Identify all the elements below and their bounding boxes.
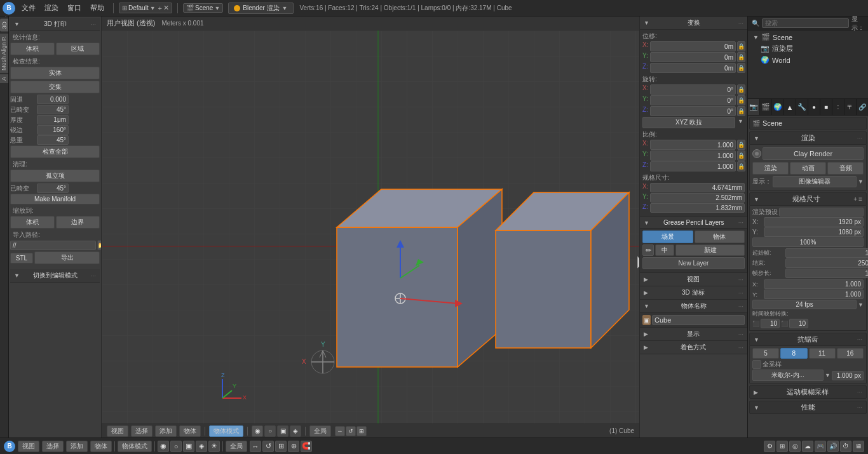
input-rot-z[interactable]: [650, 106, 736, 116]
workspace-label[interactable]: Default: [128, 4, 149, 11]
bb-ri2[interactable]: ⊞: [776, 441, 788, 452]
btn-scale2[interactable]: ⊞: [356, 426, 367, 436]
btn-render-mode[interactable]: ◈: [290, 425, 301, 437]
render-section-header[interactable]: ▼ 渲染 ···: [749, 131, 867, 145]
dropdown-pixel-filter[interactable]: 米歇尔-内...: [752, 370, 824, 381]
input-pos-z[interactable]: [650, 63, 736, 73]
btn-pos-x-lock[interactable]: 🔒: [737, 41, 745, 51]
perf-header[interactable]: ▼ 性能 ···: [749, 401, 867, 414]
input-frame-step[interactable]: [785, 269, 868, 278]
tab-camera[interactable]: 📷: [748, 99, 760, 115]
scene-label[interactable]: Scene: [195, 4, 213, 11]
tab-material[interactable]: ●: [808, 99, 820, 115]
btn-volume[interactable]: 体积: [10, 43, 55, 55]
input-res-percent[interactable]: [752, 237, 864, 247]
btn-clay-render[interactable]: Clay Render: [763, 147, 864, 160]
workspace-add-icon[interactable]: +: [158, 4, 162, 12]
workspace-dropdown-icon[interactable]: ▼: [150, 5, 156, 11]
input-rot-x[interactable]: [650, 84, 736, 95]
viewport-object-btn[interactable]: 物体: [179, 425, 201, 437]
btn-folder[interactable]: 📁: [97, 240, 101, 250]
dropdown-render-preset[interactable]: [779, 208, 864, 217]
btn-check-all[interactable]: 检查全部: [10, 145, 100, 158]
scene-dropdown-icon[interactable]: ▼: [214, 5, 220, 11]
menu-window[interactable]: 窗口: [64, 2, 85, 14]
input-solid2[interactable]: [37, 95, 69, 104]
dimensions-header[interactable]: ▼ 规格尺寸 + ≡: [749, 192, 867, 206]
input-object-name[interactable]: [652, 315, 745, 325]
clay-toggle[interactable]: [752, 149, 761, 158]
outliner-search[interactable]: [762, 18, 849, 28]
btn-rotate[interactable]: ↺: [346, 426, 356, 436]
input-end-frame[interactable]: [785, 258, 868, 268]
shading-section-header[interactable]: ▶ 着色方式 ···: [640, 341, 747, 354]
bb-object[interactable]: 物体: [90, 441, 112, 452]
bb-view[interactable]: 视图: [18, 441, 39, 452]
outliner-item-scene[interactable]: ▼ 🎬 Scene: [748, 32, 868, 43]
bb-ri7[interactable]: ⏱: [840, 441, 851, 452]
input-overhang[interactable]: [37, 135, 69, 145]
bb-ri5[interactable]: 🎮: [815, 441, 826, 452]
viewport-view-btn[interactable]: 视图: [107, 425, 128, 437]
input-import-path[interactable]: [10, 241, 96, 250]
btn-rot-x-lock[interactable]: 🔒: [737, 84, 745, 95]
bb-scale-icon[interactable]: ⊞: [275, 441, 287, 452]
menu-help[interactable]: 帮助: [86, 2, 108, 14]
view-section-header[interactable]: ▶ 视图 ···: [640, 273, 747, 286]
input-thickness[interactable]: [37, 115, 69, 124]
viewport[interactable]: 用户视图 (透视) Meters x 0.001: [102, 17, 639, 437]
btn-render[interactable]: 渲染: [752, 162, 789, 175]
vtab-3dprint[interactable]: 3D打印: [0, 19, 8, 32]
btn-aa-5[interactable]: 5: [752, 348, 779, 359]
input-sharp[interactable]: [37, 125, 69, 135]
btn-global[interactable]: 全局: [309, 425, 331, 437]
input-dim-y[interactable]: [650, 193, 745, 203]
tab-particles[interactable]: :: [832, 99, 844, 115]
input-aspect-x[interactable]: [764, 279, 864, 289]
btn-intersect[interactable]: 交集: [10, 81, 100, 93]
outliner-item-render-layer[interactable]: 📷 渲染层: [748, 43, 868, 55]
input-distorted[interactable]: [37, 105, 69, 114]
tab-object[interactable]: 物体: [695, 230, 745, 243]
btn-isolated[interactable]: 孤立项: [10, 170, 100, 182]
btn-wire-mode[interactable]: ○: [264, 425, 276, 437]
btn-scale-z-lock[interactable]: 🔒: [737, 161, 745, 171]
bb-icon-tex[interactable]: ▣: [183, 441, 194, 452]
euler-dropdown-icon[interactable]: ▼: [736, 117, 745, 128]
menu-file[interactable]: 文件: [18, 2, 39, 14]
btn-new-layer[interactable]: New Layer: [642, 257, 745, 269]
btn-export[interactable]: 导出: [34, 251, 100, 264]
input-rot-y[interactable]: [650, 95, 736, 105]
btn-pos-z-lock[interactable]: 🔒: [737, 63, 745, 73]
engine-dropdown-icon[interactable]: ▼: [282, 5, 288, 11]
btn-pencil-new[interactable]: 新建: [675, 244, 745, 256]
bb-move-icon[interactable]: ↔: [250, 441, 261, 452]
input-start-frame[interactable]: [785, 248, 868, 258]
outliner-item-world[interactable]: 🌍 World: [748, 55, 868, 65]
bb-select[interactable]: 选择: [42, 441, 64, 452]
bb-ri3[interactable]: ◎: [789, 441, 801, 452]
btn-rot-y-lock[interactable]: 🔒: [737, 95, 745, 105]
input-res-x[interactable]: [764, 217, 864, 227]
btn-solid[interactable]: 实体: [10, 67, 100, 79]
btn-scale-volume[interactable]: 体积: [10, 216, 55, 229]
tab-world[interactable]: 🌍: [772, 99, 784, 115]
btn-pencil[interactable]: ✏: [642, 244, 654, 256]
tab-physics[interactable]: 〒: [844, 99, 857, 115]
bb-ri8[interactable]: 🖥: [853, 441, 864, 452]
btn-stl[interactable]: STL: [10, 253, 33, 264]
tab-object-prop[interactable]: ▲: [784, 99, 796, 115]
bb-icon-solid[interactable]: ◉: [158, 441, 169, 452]
input-scale-z[interactable]: [650, 161, 736, 171]
viewport-scene[interactable]: Y X Z X Y: [102, 30, 639, 424]
bb-icon-wire[interactable]: ○: [170, 441, 182, 452]
vtab-meshclean[interactable]: Mesh Align P.: [0, 34, 8, 73]
section-edit-header[interactable]: ▼ 切换到编辑模式 ···: [10, 269, 100, 283]
btn-scale-boundary[interactable]: 边界: [56, 216, 100, 229]
btn-aa-8[interactable]: 8: [780, 348, 807, 359]
input-dim-z[interactable]: [650, 203, 745, 213]
btn-dim-add[interactable]: +: [853, 196, 857, 203]
tab-texture[interactable]: ■: [820, 99, 832, 115]
input-pos-x[interactable]: [650, 41, 736, 51]
viewport-mode-btn[interactable]: 物体模式: [209, 425, 243, 437]
